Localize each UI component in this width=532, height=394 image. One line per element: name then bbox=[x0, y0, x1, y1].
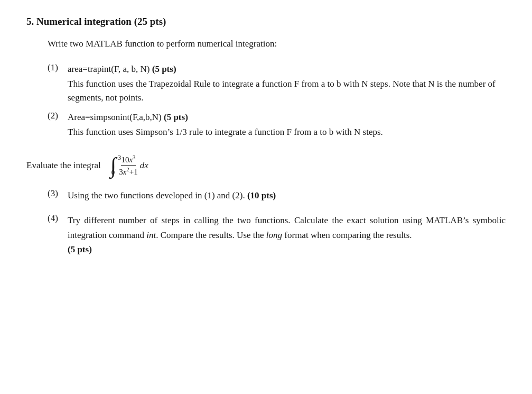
intro-text: Write two MATLAB function to perform num… bbox=[48, 37, 506, 51]
fraction-numerator: 10x3 bbox=[121, 154, 135, 166]
item-1: (1) area=trapint(F, a, b, N) (5 pts) Thi… bbox=[48, 62, 506, 105]
item-1-desc: This function uses the Trapezoidal Rule … bbox=[68, 77, 506, 105]
item-3-number: (3) bbox=[48, 188, 68, 199]
item-1-pts-bold: (5 pts) bbox=[152, 64, 176, 74]
integral-section: Evaluate the integral 3 ∫ 0 10x3 3x2+1 d… bbox=[26, 154, 506, 177]
item-4: (4) Try different number of steps in cal… bbox=[48, 213, 506, 256]
item-4-text2: . Compare the results. Use the bbox=[156, 230, 266, 240]
bottom-items: (3) Using the two functions developed in… bbox=[48, 188, 506, 256]
evaluate-label: Evaluate the integral bbox=[26, 160, 101, 171]
integral-limits-wrap: 3 ∫ 0 bbox=[110, 154, 117, 177]
item-2-number: (2) bbox=[48, 111, 68, 121]
item-1-content: area=trapint(F, a, b, N) (5 pts) This fu… bbox=[68, 62, 506, 105]
item-3: (3) Using the two functions developed in… bbox=[48, 188, 506, 203]
item-2-pts-bold: (5 pts) bbox=[164, 112, 188, 122]
item-4-long-italic: long bbox=[266, 230, 282, 240]
item-1-number: (1) bbox=[48, 62, 68, 73]
fraction: 10x3 3x2+1 bbox=[119, 154, 138, 177]
item-1-title: area=trapint(F, a, b, N) (5 pts) bbox=[68, 62, 506, 76]
section-title: 5. Numerical integration (25 pts) bbox=[26, 16, 506, 28]
integral-formula: 3 ∫ 0 10x3 3x2+1 dx bbox=[110, 154, 148, 177]
items-container: (1) area=trapint(F, a, b, N) (5 pts) Thi… bbox=[48, 62, 506, 140]
fraction-denominator: 3x2+1 bbox=[119, 166, 138, 177]
item-4-italic: int bbox=[146, 230, 156, 240]
section-container: 5. Numerical integration (25 pts) Write … bbox=[26, 16, 506, 256]
item-2-title: Area=simpsonint(F,a,b,N) (5 pts) bbox=[68, 111, 506, 124]
item-2-content: Area=simpsonint(F,a,b,N) (5 pts) This fu… bbox=[68, 111, 506, 140]
item-3-pts: (10 pts) bbox=[247, 190, 276, 200]
item-4-number: (4) bbox=[48, 213, 68, 224]
item-4-content: Try different number of steps in calling… bbox=[68, 213, 506, 256]
upper-limit: 3 bbox=[118, 153, 122, 162]
item-1-code: area=trapint(F, a, b, N) bbox=[68, 64, 150, 74]
item-4-pts: (5 pts) bbox=[68, 244, 92, 254]
item-3-text: Using the two functions developed in (1)… bbox=[68, 190, 245, 200]
item-2-desc: This function uses Simpson’s 1/3 rule to… bbox=[68, 125, 506, 139]
item-2-code: Area=simpsonint(F,a,b,N) bbox=[68, 112, 162, 122]
item-3-content: Using the two functions developed in (1)… bbox=[68, 188, 276, 203]
dx-text: dx bbox=[140, 160, 148, 171]
item-2: (2) Area=simpsonint(F,a,b,N) (5 pts) Thi… bbox=[48, 111, 506, 140]
lower-limit: 0 bbox=[111, 168, 115, 177]
item-4-text3: format when comparing the results. bbox=[282, 230, 412, 240]
